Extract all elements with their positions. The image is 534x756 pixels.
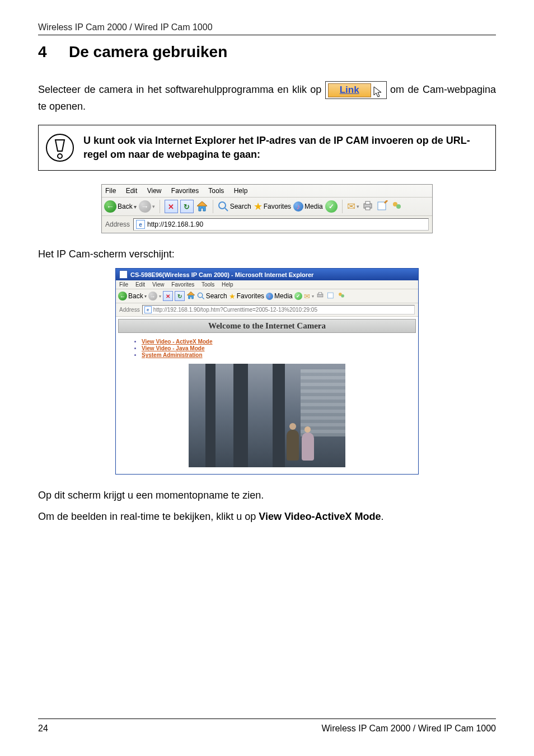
link-button[interactable]: Link: [325, 81, 387, 99]
search-icon: [218, 201, 229, 212]
snapshot-pillar: [233, 364, 248, 467]
page-number: 24: [38, 724, 48, 734]
home-button[interactable]: [196, 200, 208, 213]
separator: [342, 200, 343, 213]
body-text: Het IP Cam-scherm verschijnt:: [38, 247, 496, 261]
print-button[interactable]: [362, 200, 374, 213]
section-heading: 4De camera gebruiken: [38, 43, 496, 61]
menu-item[interactable]: Edit: [135, 281, 145, 288]
ie-menu-item[interactable]: Favorites: [171, 187, 199, 195]
svg-point-22: [341, 294, 344, 298]
svg-rect-10: [378, 202, 386, 210]
svg-marker-15: [187, 292, 194, 295]
favorites-button[interactable]: ★ Favorites: [229, 292, 264, 300]
chevron-down-icon: ▾: [159, 294, 161, 299]
menu-item[interactable]: Help: [222, 281, 233, 288]
address-value: http://192.168.1.90: [147, 220, 203, 228]
callout-text: U kunt ook via Internet Explorer het IP-…: [83, 134, 485, 162]
window-content: Welcome to the Internet Camera View Vide…: [116, 319, 418, 474]
history-button[interactable]: ✓: [325, 200, 338, 213]
forward-arrow-icon: →: [139, 200, 151, 213]
view-java-link[interactable]: View Video - Java Mode: [142, 345, 204, 351]
search-button[interactable]: Search: [218, 201, 251, 212]
ie-button-toolbar: ← Back ▾ → ▾ ✕ ↻: [102, 198, 432, 216]
forward-button[interactable]: → ▾: [139, 200, 155, 213]
refresh-button[interactable]: ↻: [175, 291, 185, 301]
ie-menu-item[interactable]: Edit: [126, 187, 138, 195]
section-number: 4: [38, 43, 69, 61]
discuss-icon: [391, 200, 403, 212]
last-prefix: Om de beelden in real-time te bekijken, …: [38, 511, 259, 522]
stop-button[interactable]: ✕: [165, 200, 178, 213]
search-icon: [197, 292, 205, 300]
window-address-bar: Address e http://192.168.1.90/top.htm?Cu…: [116, 303, 418, 317]
chevron-down-icon: ▾: [312, 294, 314, 299]
mail-button[interactable]: ✉ ▾: [347, 200, 359, 213]
svg-point-1: [46, 134, 73, 161]
ie-menu-item[interactable]: Help: [234, 187, 248, 195]
edit-icon: [326, 292, 335, 299]
home-icon: [196, 200, 208, 213]
menu-item[interactable]: Tools: [202, 281, 214, 288]
home-button[interactable]: [186, 291, 195, 301]
ie-menu-item[interactable]: Tools: [208, 187, 224, 195]
print-button[interactable]: [316, 292, 325, 300]
media-button[interactable]: ♪ Media: [293, 201, 323, 212]
system-admin-link[interactable]: System Administration: [142, 352, 203, 358]
mail-button[interactable]: ✉: [304, 292, 310, 300]
svg-rect-19: [318, 293, 322, 295]
ie-menu-item[interactable]: View: [147, 187, 162, 195]
back-button[interactable]: ← Back ▾: [104, 200, 137, 213]
media-button[interactable]: ♪ Media: [266, 292, 293, 300]
media-label: Media: [305, 203, 323, 210]
camera-snapshot: [189, 364, 345, 467]
svg-line-11: [385, 200, 387, 203]
list-item: View Video - Java Mode: [142, 345, 401, 351]
window-titlebar: CS-598E96(Wireless IP Cam 2000) - Micros…: [116, 269, 418, 280]
section-title-text: De camera gebruiken: [69, 43, 227, 60]
callout-box: U kunt ook via Internet Explorer het IP-…: [38, 125, 496, 171]
refresh-button[interactable]: ↻: [180, 200, 194, 213]
window-menu-bar: File Edit View Favorites Tools Help: [116, 280, 418, 289]
discuss-button[interactable]: [337, 292, 346, 300]
list-item: System Administration: [142, 352, 401, 358]
separator: [160, 200, 160, 213]
svg-rect-8: [366, 201, 370, 204]
welcome-heading: Welcome to the Internet Camera: [118, 319, 416, 333]
page-icon: e: [136, 220, 145, 229]
edit-button[interactable]: [326, 292, 335, 300]
camera-link-list: View Video - ActiveX Mode View Video - J…: [133, 339, 401, 358]
media-label: Media: [274, 292, 293, 300]
stop-button[interactable]: ✕: [163, 291, 173, 301]
print-icon: [316, 292, 325, 299]
mail-icon: ✉: [347, 200, 355, 213]
favorites-button[interactable]: ★ Favorites: [254, 200, 291, 213]
discuss-button[interactable]: [391, 200, 403, 213]
menu-item[interactable]: View: [152, 281, 165, 288]
refresh-icon: ↻: [184, 203, 190, 211]
svg-line-17: [202, 297, 204, 299]
menu-item[interactable]: Favorites: [171, 281, 194, 288]
forward-button[interactable]: →: [148, 292, 157, 300]
menu-item[interactable]: File: [119, 281, 128, 288]
intro-prefix: Selecteer de camera in het softwarehulpp…: [38, 84, 325, 95]
favorites-label: Favorites: [264, 203, 291, 210]
chevron-down-icon: ▾: [144, 294, 147, 299]
ie-menu-bar: File Edit View Favorites Tools Help: [102, 185, 432, 198]
svg-marker-0: [374, 87, 381, 97]
search-button[interactable]: Search: [197, 292, 227, 300]
edit-button[interactable]: [376, 200, 388, 213]
refresh-icon: ↻: [177, 293, 182, 299]
ie-menu-item[interactable]: File: [105, 187, 116, 195]
address-field[interactable]: e http://192.168.1.90/top.htm?Currenttim…: [142, 305, 415, 314]
history-button[interactable]: ✓: [294, 292, 302, 300]
discuss-icon: [337, 292, 346, 299]
cursor-icon: [373, 86, 383, 98]
view-activex-link[interactable]: View Video - ActiveX Mode: [142, 339, 213, 345]
print-icon: [362, 200, 374, 212]
back-button[interactable]: ← Back ▾: [118, 292, 147, 300]
list-item: View Video - ActiveX Mode: [142, 339, 401, 345]
svg-point-16: [198, 293, 202, 298]
stop-icon: ✕: [168, 203, 174, 211]
address-field[interactable]: e http://192.168.1.90: [133, 218, 429, 231]
